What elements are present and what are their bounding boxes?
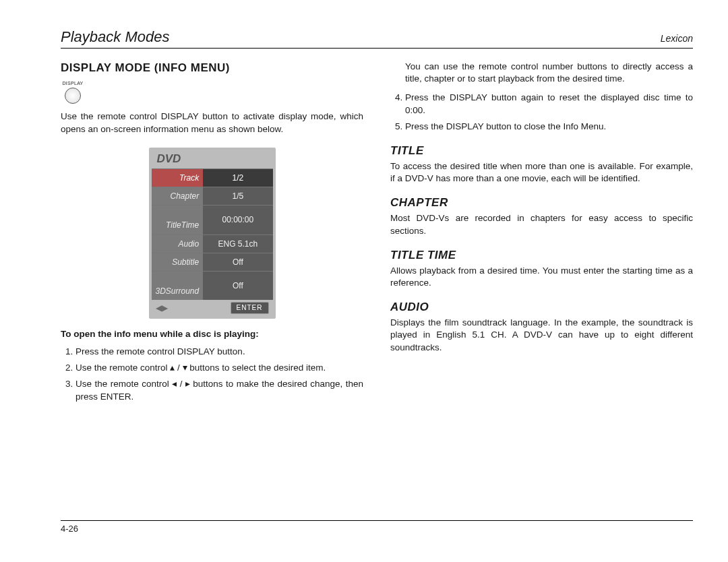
osd-nav: ◀ ▶ ENTER [152, 300, 273, 316]
osd-row: Subtitle Off [152, 253, 273, 271]
right-arrow-icon: ▶ [162, 303, 168, 313]
osd-row-value: Off [203, 271, 272, 300]
subhead-audio: AUDIO [390, 300, 693, 315]
osd-row-label: Track [152, 168, 204, 187]
osd-enter-button: ENTER [231, 302, 269, 314]
chapter-icon [159, 192, 169, 200]
osd-row-value: 1/5 [203, 187, 272, 205]
osd-row-label: Chapter [152, 187, 204, 205]
step-item: Press the remote control DISPLAY button. [75, 346, 363, 358]
steps-list: Press the remote control DISPLAY button.… [61, 346, 363, 403]
subhead-body: Most DVD-Vs are recorded in chapters for… [390, 212, 693, 237]
osd-row-value: Off [203, 253, 272, 271]
section-heading: DISPLAY MODE (INFO MENU) [61, 61, 363, 76]
running-head: Playback Modes Lexicon [61, 28, 693, 49]
left-column: DISPLAY MODE (INFO MENU) DISPLAY Use the… [61, 61, 363, 520]
osd-title: DVD [152, 150, 273, 168]
osd-screenshot: DVD Track 1/2 Chapter 1/5 TitleTime 00:0… [149, 148, 276, 319]
osd-table: Track 1/2 Chapter 1/5 TitleTime 00:00:00… [152, 168, 273, 301]
subhead-body: Allows playback from a desired time. You… [390, 265, 693, 289]
left-arrow-icon: ◀ [156, 303, 162, 313]
osd-row-label: 3DSurround [152, 271, 204, 300]
osd-row: TitleTime 00:00:00 [152, 206, 273, 235]
display-button-icon [65, 88, 81, 104]
runhead-left: Playback Modes [61, 28, 169, 46]
page: Playback Modes Lexicon DISPLAY MODE (INF… [61, 28, 693, 534]
steps-continued: Press the DISPLAY button again to reset … [390, 92, 693, 133]
display-button-figure: DISPLAY [61, 80, 85, 104]
surround-icon [187, 276, 197, 284]
runhead-right: Lexicon [661, 33, 693, 44]
osd-row-label: Subtitle [152, 253, 204, 271]
subhead-title: TITLE [390, 144, 693, 159]
subhead-body: Displays the film soundtrack language. I… [390, 317, 693, 354]
osd-row: 3DSurround Off [152, 271, 273, 300]
osd-row: Chapter 1/5 [152, 187, 273, 205]
disc-icon [168, 174, 177, 182]
columns: DISPLAY MODE (INFO MENU) DISPLAY Use the… [61, 61, 693, 520]
osd-row-value: 00:00:00 [203, 206, 272, 235]
right-column: You can use the remote control number bu… [390, 61, 693, 520]
subhead-titletime: TITLE TIME [390, 248, 693, 263]
clock-icon [187, 210, 197, 218]
osd-row-value: 1/2 [203, 168, 272, 187]
step-item: Use the remote control ◂ / ▸ buttons to … [75, 378, 363, 402]
osd-row-label: Audio [152, 235, 204, 253]
step-item: Press the DISPLAY button to close the In… [405, 121, 693, 133]
continuation-paragraph: You can use the remote control number bu… [405, 61, 693, 85]
footer: 4-26 [61, 520, 693, 534]
intro-paragraph: Use the remote control DISPLAY button to… [61, 111, 363, 135]
step-item: Press the DISPLAY button again to reset … [405, 92, 693, 116]
speaker-icon [167, 240, 177, 248]
osd-row-label: TitleTime [152, 206, 204, 235]
subhead-chapter: CHAPTER [390, 195, 693, 211]
osd-row: Audio ENG 5.1ch [152, 235, 273, 253]
display-button-label: DISPLAY [62, 80, 83, 86]
subtitle-icon [160, 258, 170, 266]
steps-lead: To open the info menu while a disc is pl… [61, 328, 363, 340]
subhead-body: To access the desired title when more th… [390, 160, 693, 185]
step-item: Use the remote control ▴ / ▾ buttons to … [75, 362, 363, 374]
osd-row: Track 1/2 [152, 168, 273, 187]
page-number: 4-26 [61, 524, 78, 534]
osd-row-value: ENG 5.1ch [203, 235, 272, 253]
